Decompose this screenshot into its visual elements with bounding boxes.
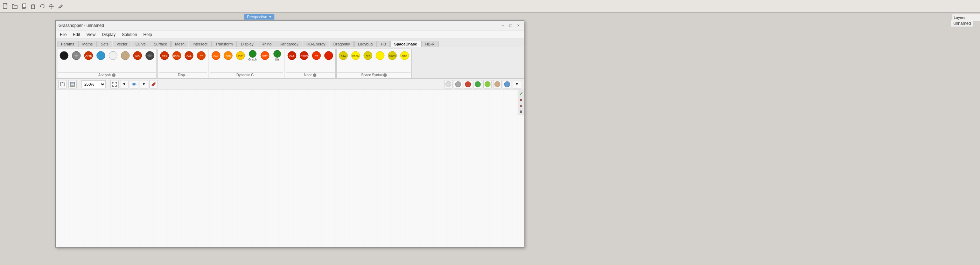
disp-icon-4[interactable]: PT [195, 50, 207, 62]
menu-help[interactable]: Help [141, 32, 155, 38]
menu-file[interactable]: File [57, 32, 69, 38]
gh-close-btn[interactable]: × [515, 23, 521, 28]
analysis-icon-3[interactable]: ARX [83, 50, 94, 62]
graph-label: Graph [248, 58, 257, 62]
tab-sets[interactable]: Sets [97, 41, 112, 47]
tab-params[interactable]: Params [57, 41, 78, 47]
node-expand-btn[interactable]: + [313, 73, 317, 77]
gh-canvas[interactable]: ✓ × × 8 [56, 90, 524, 247]
grasshopper-window: Grasshopper - unnamed − □ × File Edit Vi… [55, 20, 524, 248]
canvas-zoom-select[interactable]: 250% 200% 150% 100% 75% 50% [81, 80, 106, 88]
svg-text:C&X: C&X [213, 55, 219, 57]
canvas-more-btn[interactable]: ▼ [513, 80, 521, 89]
toolbar-copy-icon[interactable] [20, 2, 28, 11]
toolbar-new-icon[interactable] [2, 2, 10, 11]
canvas-sphere5-btn[interactable] [484, 80, 492, 89]
menu-edit[interactable]: Edit [70, 32, 83, 38]
tab-maths[interactable]: Maths [78, 41, 97, 47]
perspective-label[interactable]: Perspective ▼ [244, 14, 274, 19]
canvas-toolbar-save-btn[interactable] [68, 80, 76, 89]
ss-icon-3[interactable]: FLT [362, 50, 374, 62]
dynamic-icon-2[interactable]: CON [222, 50, 234, 62]
number-indicator: 8 [519, 110, 523, 114]
svg-point-67 [504, 81, 510, 87]
perspective-dropdown-icon[interactable]: ▼ [269, 15, 272, 19]
svg-point-47 [376, 51, 384, 60]
tab-intersect[interactable]: Intersect [189, 41, 211, 47]
canvas-dropdown2-btn[interactable]: ▼ [140, 80, 148, 89]
analysis-icon-4[interactable] [95, 50, 107, 62]
tab-surface[interactable]: Surface [150, 41, 171, 47]
x-indicator-2: × [519, 104, 523, 109]
canvas-sphere6-btn[interactable] [493, 80, 501, 89]
analysis-icon-7[interactable]: NG [132, 50, 143, 62]
dynamic-label: Dynamic G... [210, 72, 283, 77]
canvas-paint-btn[interactable] [150, 80, 158, 89]
tab-spacechase[interactable]: SpaceChase [390, 41, 421, 47]
toolbar-undo-icon[interactable] [38, 2, 46, 11]
tab-hb-energy[interactable]: HB-Energy [303, 41, 329, 47]
dynamic-icon-1[interactable]: C&X [210, 50, 222, 62]
tab-curve[interactable]: Curve [132, 41, 150, 47]
analysis-icon-2[interactable] [70, 50, 82, 62]
dynamic-icon-util[interactable]: Util [271, 50, 283, 62]
svg-text:C&X: C&X [162, 55, 167, 57]
svg-point-40 [325, 51, 333, 60]
canvas-toolbar-sep-1 [79, 81, 79, 88]
canvas-sphere7-btn[interactable] [503, 80, 511, 89]
menu-view[interactable]: View [84, 32, 99, 38]
menu-solution[interactable]: Solution [119, 32, 140, 38]
disp-icon-2[interactable]: RSON [171, 50, 183, 62]
menu-display[interactable]: Display [99, 32, 118, 38]
toolbar-pencil-icon[interactable] [56, 2, 64, 11]
ss-icon-6[interactable]: NTG [399, 50, 410, 62]
ss-icon-5[interactable]: C&OS [387, 50, 398, 62]
gh-canvas-grid [56, 90, 524, 247]
node-icon-4[interactable] [323, 50, 335, 62]
canvas-fit-btn[interactable] [110, 80, 119, 89]
analysis-icon-1[interactable] [58, 50, 70, 62]
tab-mesh[interactable]: Mesh [171, 41, 188, 47]
tab-transform[interactable]: Transform [212, 41, 237, 47]
tab-ladybug[interactable]: Ladybug [354, 41, 377, 47]
canvas-sphere1-btn[interactable] [444, 80, 453, 89]
tab-display[interactable]: Display [237, 41, 257, 47]
ss-icon-2[interactable]: C&ON [350, 50, 361, 62]
dynamic-icon-graph[interactable]: Graph [247, 50, 259, 62]
analysis-icon-6[interactable] [119, 50, 131, 62]
canvas-eye-btn[interactable] [130, 80, 138, 89]
tab-kangaroo2[interactable]: Kangaroo2 [276, 41, 302, 47]
tab-dragonfly[interactable]: Dragonfly [330, 41, 354, 47]
canvas-dropdown-btn[interactable]: ▼ [120, 80, 129, 89]
tab-hb-r[interactable]: HB-R [422, 41, 439, 47]
gh-tabbar: Params Maths Sets Vector Curve Surface M… [56, 39, 524, 47]
dynamic-icon-4[interactable]: SMY [259, 50, 271, 62]
canvas-sphere2-btn[interactable] [454, 80, 462, 89]
ss-icon-1[interactable]: C&A [337, 50, 349, 62]
tab-rhino[interactable]: Rhino [258, 41, 275, 47]
analysis-icon-8[interactable] [144, 50, 156, 62]
disp-icon-1[interactable]: C&X [159, 50, 170, 62]
tab-vector[interactable]: Vector [113, 41, 131, 47]
analysis-icon-5[interactable] [107, 50, 119, 62]
gh-minimize-btn[interactable]: − [500, 23, 506, 28]
node-icon-1[interactable]: C&A [286, 50, 298, 62]
toolbar-pan-icon[interactable] [47, 2, 55, 11]
tab-hb[interactable]: HB [377, 41, 390, 47]
ss-icon-4[interactable] [374, 50, 386, 62]
unnamed-label: unnamed [951, 20, 973, 27]
node-icon-3[interactable]: PT [310, 50, 322, 62]
canvas-sphere4-btn[interactable] [474, 80, 482, 89]
canvas-sphere3-btn[interactable] [464, 80, 472, 89]
dynamic-icon-3[interactable]: FLT [234, 50, 247, 62]
toolbar-paste-icon[interactable] [29, 2, 37, 11]
node-icon-2[interactable]: RSON [298, 50, 310, 62]
gh-maximize-btn[interactable]: □ [508, 23, 514, 28]
gh-menubar: File Edit View Display Solution Help [56, 30, 524, 39]
analysis-expand-btn[interactable]: + [112, 73, 116, 77]
analysis-icons: ARX [58, 50, 156, 72]
canvas-toolbar-open-btn[interactable] [59, 80, 67, 89]
spacesyntax-expand-btn[interactable]: + [383, 73, 387, 77]
toolbar-open-icon[interactable] [11, 2, 19, 11]
disp-icon-3[interactable]: C&A [183, 50, 195, 62]
